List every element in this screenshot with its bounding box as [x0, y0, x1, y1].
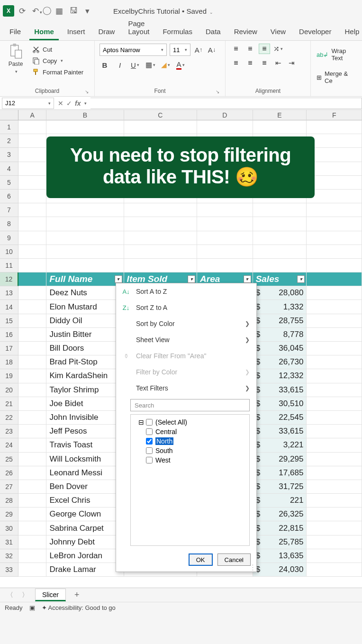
row-header[interactable]: 24 [0, 438, 18, 452]
row-header[interactable]: 33 [0, 563, 18, 577]
row-header[interactable]: 8 [0, 217, 18, 231]
cell[interactable] [18, 355, 46, 369]
column-header[interactable]: D [197, 110, 253, 120]
cell[interactable] [307, 342, 362, 355]
filter-option[interactable]: South [135, 446, 245, 455]
row-header[interactable]: 13 [0, 286, 18, 300]
cell[interactable]: Bill Doors [46, 342, 124, 355]
enter-formula-icon[interactable]: ✓ [66, 100, 72, 107]
cell[interactable]: $12,332 [253, 369, 307, 383]
tab-view[interactable]: View [266, 24, 290, 40]
cell[interactable]: Leonard Messi [46, 466, 124, 480]
row-header[interactable]: 7 [0, 203, 18, 217]
cell[interactable]: $29,295 [253, 453, 307, 466]
cell[interactable] [307, 259, 362, 272]
bold-button[interactable]: B [100, 60, 110, 70]
cell[interactable]: Deez Nuts [46, 286, 124, 300]
row-header[interactable]: 12 [0, 272, 18, 286]
dialog-launcher-icon[interactable]: ↘ [85, 89, 89, 94]
cancel-button[interactable]: Cancel [217, 553, 251, 566]
cell[interactable]: $13,635 [253, 549, 307, 563]
cell[interactable] [124, 120, 197, 134]
filter-button-icon[interactable]: ▾ [297, 275, 305, 283]
cell[interactable]: $36,045 [253, 342, 307, 355]
cell[interactable] [124, 259, 197, 272]
cell[interactable]: Brad Pit-Stop [46, 355, 124, 369]
cell[interactable] [18, 342, 46, 355]
cell[interactable] [18, 453, 46, 466]
row-header[interactable]: 1 [0, 120, 18, 134]
fx-icon[interactable]: fx [75, 100, 81, 107]
cell[interactable] [307, 231, 362, 245]
cell[interactable] [307, 369, 362, 383]
cell[interactable] [18, 549, 46, 563]
cell[interactable]: $28,755 [253, 314, 307, 328]
cell[interactable] [307, 466, 362, 480]
sheet-view-item[interactable]: Sheet View❯ [116, 332, 256, 348]
cell[interactable] [18, 438, 46, 452]
tab-page-layout[interactable]: Page Layout [123, 16, 154, 40]
tab-help[interactable]: Help [340, 24, 362, 40]
cell[interactable]: Drake Lamar [46, 563, 124, 577]
cell[interactable] [197, 231, 253, 245]
cell[interactable] [18, 508, 46, 521]
save-icon[interactable]: ⟳ [19, 6, 26, 16]
cell[interactable]: $31,725 [253, 480, 307, 494]
cell[interactable] [18, 134, 46, 148]
row-header[interactable]: 10 [0, 245, 18, 259]
cell[interactable] [253, 245, 307, 259]
cell[interactable]: $25,785 [253, 535, 307, 549]
cell[interactable] [18, 563, 46, 577]
cell[interactable] [307, 314, 362, 328]
cell[interactable] [18, 397, 46, 411]
cell[interactable] [307, 120, 362, 134]
cell[interactable] [307, 397, 362, 411]
cell[interactable] [307, 411, 362, 425]
cell[interactable] [18, 369, 46, 383]
cell[interactable] [307, 563, 362, 577]
sort-by-color-item[interactable]: Sort by Color❯ [116, 316, 256, 332]
row-header[interactable]: 32 [0, 549, 18, 563]
cell[interactable] [46, 245, 124, 259]
cell[interactable]: John Invisible [46, 411, 124, 425]
cell[interactable]: Joe Bidet [46, 397, 124, 411]
filter-button-icon[interactable]: ▾ [244, 275, 251, 283]
merge-button[interactable]: ⊞Merge & Ce [316, 68, 357, 86]
filter-search-input[interactable]: Search [130, 399, 250, 411]
filter-option[interactable]: North [135, 436, 245, 446]
cell[interactable]: Excel Chris [46, 494, 124, 508]
italic-button[interactable]: I [115, 60, 125, 70]
undo-icon[interactable]: ↶▾ [32, 6, 42, 16]
cell[interactable]: Kim KardaShein [46, 369, 124, 383]
filter-option[interactable]: Central [135, 427, 245, 436]
cell[interactable] [18, 383, 46, 397]
cell[interactable] [307, 521, 362, 535]
select-all-checkbox[interactable]: ⊟(Select All) [135, 417, 245, 427]
tab-insert[interactable]: Insert [63, 24, 90, 40]
row-header[interactable]: 4 [0, 162, 18, 176]
cell[interactable] [124, 203, 197, 217]
cell[interactable] [18, 300, 46, 314]
cell[interactable] [253, 259, 307, 272]
cell[interactable] [18, 425, 46, 438]
tab-developer[interactable]: Developer [294, 24, 336, 40]
align-top-icon[interactable]: ≡ [230, 44, 242, 54]
cell[interactable]: $33,615 [253, 383, 307, 397]
cell[interactable] [18, 120, 46, 134]
font-color-button[interactable]: A▾ [175, 60, 186, 70]
tab-data[interactable]: Data [201, 24, 226, 40]
cell[interactable]: Will Locksmith [46, 453, 124, 466]
cell[interactable]: $30,510 [253, 397, 307, 411]
cell[interactable]: George Clown [46, 508, 124, 521]
cell[interactable] [124, 231, 197, 245]
borders-button[interactable]: ▦▾ [145, 60, 155, 70]
cell[interactable] [197, 203, 253, 217]
cell[interactable]: Jeff Pesos [46, 425, 124, 438]
cell[interactable] [46, 120, 124, 134]
row-header[interactable]: 27 [0, 480, 18, 494]
row-header[interactable]: 26 [0, 466, 18, 480]
cell[interactable] [307, 148, 362, 162]
cell[interactable]: $221 [253, 494, 307, 508]
cell[interactable] [307, 162, 362, 176]
cell[interactable] [18, 176, 46, 190]
